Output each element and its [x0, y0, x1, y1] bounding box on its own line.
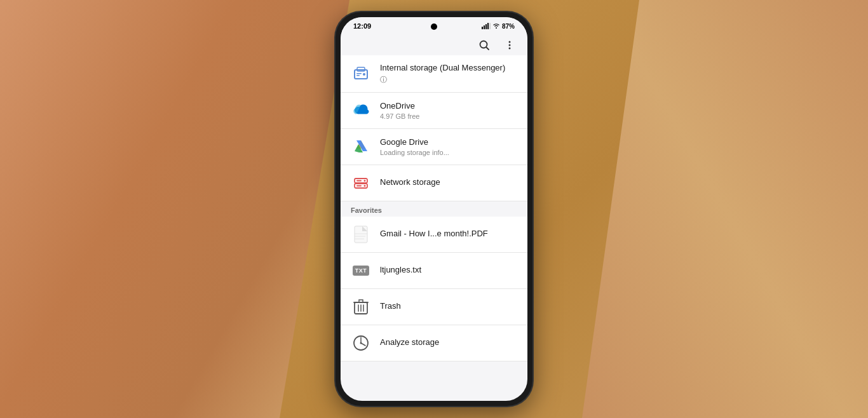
gmail-pdf-title: Gmail - How I...e month!.PDF	[380, 229, 517, 239]
gmail-pdf-text: Gmail - How I...e month!.PDF	[380, 229, 517, 239]
trash-title: Trash	[380, 301, 517, 312]
analyze-icon	[351, 333, 371, 353]
svg-point-21	[364, 185, 366, 187]
internal-storage-text: Internal storage (Dual Messenger) ⓘ	[380, 63, 517, 84]
storage-icon	[351, 64, 371, 84]
svg-rect-2	[485, 24, 487, 29]
phone-frame: 12:09 87%	[336, 12, 532, 406]
gmail-pdf-item[interactable]: Gmail - How I...e month!.PDF	[341, 217, 527, 253]
onedrive-title: OneDrive	[380, 101, 517, 112]
svg-rect-24	[355, 226, 367, 243]
svg-point-34	[360, 342, 362, 344]
googledrive-text: Google Drive Loading storage info...	[380, 137, 517, 156]
googledrive-title: Google Drive	[380, 137, 517, 148]
camera-dot	[431, 24, 437, 30]
svg-rect-13	[356, 73, 362, 74]
favorites-label: Favorites	[341, 201, 527, 217]
battery-text: 87%	[502, 23, 515, 30]
svg-rect-1	[484, 25, 485, 29]
toolbar	[341, 32, 527, 55]
svg-point-5	[480, 41, 487, 48]
phone-screen: 12:09 87%	[341, 17, 527, 401]
pdf-icon	[351, 224, 371, 245]
network-storage-text: Network storage	[380, 177, 517, 188]
trash-icon	[351, 297, 371, 317]
onedrive-item[interactable]: OneDrive 4.97 GB free	[341, 93, 527, 129]
scene: 12:09 87%	[0, 0, 868, 418]
svg-rect-14	[356, 75, 360, 76]
ltjungles-title: ltjungles.txt	[380, 265, 517, 276]
txt-icon: TXT	[351, 260, 371, 281]
googledrive-icon	[351, 137, 371, 157]
svg-point-7	[509, 41, 511, 43]
svg-rect-4	[489, 23, 491, 29]
search-button[interactable]	[477, 37, 492, 53]
internal-storage-item[interactable]: Internal storage (Dual Messenger) ⓘ	[341, 55, 527, 93]
hand-right	[582, 0, 868, 418]
analyze-storage-text: Analyze storage	[380, 337, 517, 348]
network-storage-item[interactable]: Network storage	[341, 165, 527, 201]
trash-item[interactable]: Trash	[341, 289, 527, 325]
onedrive-text: OneDrive 4.97 GB free	[380, 101, 517, 120]
ltjungles-item[interactable]: TXT ltjungles.txt	[341, 253, 527, 289]
svg-rect-23	[356, 185, 362, 186]
wifi-icon	[492, 23, 500, 29]
svg-point-12	[363, 73, 365, 76]
hand-left	[0, 0, 349, 418]
onedrive-icon	[351, 100, 371, 121]
svg-point-20	[364, 180, 366, 182]
info-icon: ⓘ	[380, 75, 517, 84]
trash-text: Trash	[380, 301, 517, 312]
analyze-storage-title: Analyze storage	[380, 337, 517, 348]
analyze-storage-item[interactable]: Analyze storage	[341, 325, 527, 361]
signal-icon	[482, 23, 491, 29]
svg-rect-0	[482, 27, 483, 29]
status-time: 12:09	[353, 22, 371, 30]
svg-point-8	[509, 44, 511, 46]
internal-storage-title: Internal storage (Dual Messenger)	[380, 63, 517, 74]
svg-point-9	[509, 48, 511, 50]
svg-line-6	[487, 48, 489, 50]
ltjungles-text: ltjungles.txt	[380, 265, 517, 276]
status-icons: 87%	[482, 23, 515, 30]
googledrive-subtitle: Loading storage info...	[380, 149, 517, 156]
more-options-button[interactable]	[502, 37, 517, 53]
onedrive-subtitle: 4.97 GB free	[380, 112, 517, 120]
svg-rect-22	[356, 180, 362, 181]
svg-rect-3	[487, 23, 489, 29]
main-list: Internal storage (Dual Messenger) ⓘ OneD…	[341, 55, 527, 361]
network-storage-icon	[351, 173, 371, 193]
network-storage-title: Network storage	[380, 177, 517, 188]
google-drive-item[interactable]: Google Drive Loading storage info...	[341, 129, 527, 165]
